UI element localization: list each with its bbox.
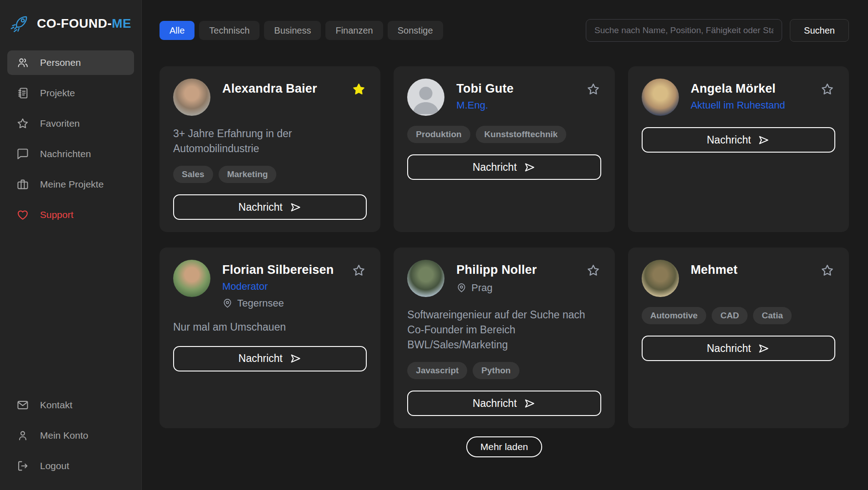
person-subtitle: Moderator (222, 281, 334, 292)
sidebar-item-label: Mein Konto (40, 430, 88, 441)
message-button-label: Nachricht (473, 397, 517, 410)
rocket-icon (10, 11, 30, 36)
filter-tab-technisch[interactable]: Technisch (199, 21, 259, 40)
map-pin-icon (222, 298, 233, 309)
search-button[interactable]: Suchen (790, 19, 849, 42)
favorite-star-button[interactable] (351, 262, 367, 280)
person-name: Angela Mörkel (691, 82, 785, 96)
send-icon (524, 161, 536, 173)
app-logo[interactable]: CO-FOUND-ME (7, 0, 134, 40)
sidebar-item-logout[interactable]: Logout (7, 454, 134, 478)
favorite-star-button[interactable] (819, 262, 835, 280)
avatar (173, 260, 210, 297)
card-header: Angela Mörkel Aktuell im Ruhestand (642, 79, 835, 116)
star-icon (352, 263, 366, 277)
person-name: Tobi Gute (456, 82, 514, 96)
send-icon (289, 201, 302, 213)
person-bio: Nur mal am Umschauen (173, 320, 367, 335)
sidebar-item-support[interactable]: Support (7, 203, 134, 227)
send-icon (758, 342, 770, 355)
card-info: Angela Mörkel Aktuell im Ruhestand (691, 79, 785, 111)
logout-icon (16, 460, 29, 472)
skill-tag: Marketing (219, 166, 277, 183)
topbar: AlleTechnischBusinessFinanzenSonstige Su… (160, 19, 849, 42)
users-icon (16, 56, 29, 69)
favorite-star-button[interactable] (585, 81, 601, 99)
message-button-label: Nachricht (473, 161, 517, 173)
filter-tab-sonstige[interactable]: Sonstige (388, 21, 443, 40)
mail-icon (16, 399, 29, 411)
skill-tag: Python (473, 362, 519, 379)
main-content: AlleTechnischBusinessFinanzenSonstige Su… (142, 0, 868, 490)
sidebar-item-favoriten[interactable]: Favoriten (7, 111, 134, 136)
star-icon (586, 263, 600, 277)
card-header: Alexandra Baier (173, 79, 367, 116)
skill-tag: Produktion (407, 126, 470, 143)
avatar (173, 79, 210, 116)
sidebar-item-personen[interactable]: Personen (7, 50, 134, 75)
card-info: Tobi Gute M.Eng. (456, 79, 514, 111)
card-info: Mehmet (691, 260, 738, 277)
star-icon (586, 82, 600, 96)
sidebar-item-label: Meine Projekte (40, 179, 104, 190)
person-name: Mehmet (691, 263, 738, 277)
app-title: CO-FOUND-ME (37, 16, 131, 31)
person-bio: 3+ Jahre Erfahrung in der Automobilindus… (173, 126, 367, 156)
briefcase-icon (16, 178, 29, 191)
person-card: Tobi Gute M.Eng. ProduktionKunststofftec… (394, 66, 614, 232)
location-label: Prag (471, 282, 492, 294)
person-bio: Softwareingenieur auf der Suche nach Co-… (407, 307, 601, 352)
favorite-star-button[interactable] (351, 81, 367, 99)
person-name: Florian Silbereisen (222, 263, 334, 277)
filter-tab-alle[interactable]: Alle (160, 21, 195, 40)
sidebar-item-label: Projekte (40, 88, 75, 99)
filter-tab-finanzen[interactable]: Finanzen (325, 21, 383, 40)
avatar (407, 260, 444, 297)
avatar (642, 79, 679, 116)
sidebar-item-meine-projekte[interactable]: Meine Projekte (7, 172, 134, 197)
favorite-star-button[interactable] (819, 81, 835, 99)
sidebar-item-projekte[interactable]: Projekte (7, 81, 134, 105)
card-info: Florian Silbereisen Moderator Tegernsee (222, 260, 334, 309)
send-icon (289, 352, 302, 365)
message-button[interactable]: Nachricht (407, 391, 601, 416)
message-button[interactable]: Nachricht (173, 346, 367, 371)
message-button[interactable]: Nachricht (173, 194, 367, 220)
card-header: Philipp Noller Prag (407, 260, 601, 297)
person-name: Alexandra Baier (222, 82, 317, 96)
skill-tag: Javascript (407, 362, 467, 379)
app-title-primary: CO-FOUND- (37, 16, 112, 30)
person-name: Philipp Noller (456, 263, 537, 277)
filter-tab-business[interactable]: Business (264, 21, 321, 40)
sidebar-item-label: Logout (40, 460, 69, 471)
sidebar-item-nachrichten[interactable]: Nachrichten (7, 142, 134, 166)
message-button[interactable]: Nachricht (642, 127, 835, 153)
load-more-button[interactable]: Mehr laden (466, 436, 542, 457)
message-button[interactable]: Nachricht (407, 154, 601, 180)
person-card-grid: Alexandra Baier 3+ Jahre Erfahrung in de… (160, 66, 849, 428)
star-icon (820, 263, 834, 277)
sidebar-footer-nav: Kontakt Mein Konto Logout (7, 393, 134, 478)
person-subtitle: Aktuell im Ruhestand (691, 99, 785, 111)
search-group: Suchen (586, 19, 849, 42)
skill-tag: Catia (753, 307, 791, 324)
person-location: Prag (456, 282, 537, 294)
star-icon (16, 117, 29, 130)
skill-tag: Kunststofftechnik (476, 126, 567, 143)
chat-icon (16, 148, 29, 160)
load-more-wrap: Mehr laden (160, 436, 849, 457)
card-info: Philipp Noller Prag (456, 260, 537, 294)
favorite-star-button[interactable] (585, 262, 601, 280)
sidebar: CO-FOUND-ME Personen Projekte Favoriten … (0, 0, 142, 490)
message-button-label: Nachricht (239, 352, 283, 365)
avatar (407, 79, 444, 116)
sidebar-item-mein-konto[interactable]: Mein Konto (7, 423, 134, 448)
search-input[interactable] (586, 19, 782, 42)
app-title-accent: ME (112, 16, 131, 30)
person-card: Florian Silbereisen Moderator Tegernsee … (160, 247, 380, 428)
message-button-label: Nachricht (707, 134, 751, 146)
sidebar-item-kontakt[interactable]: Kontakt (7, 393, 134, 417)
skill-tags: AutomotiveCADCatia (642, 307, 835, 324)
person-card: Angela Mörkel Aktuell im Ruhestand Nachr… (628, 66, 849, 232)
message-button[interactable]: Nachricht (642, 336, 835, 361)
